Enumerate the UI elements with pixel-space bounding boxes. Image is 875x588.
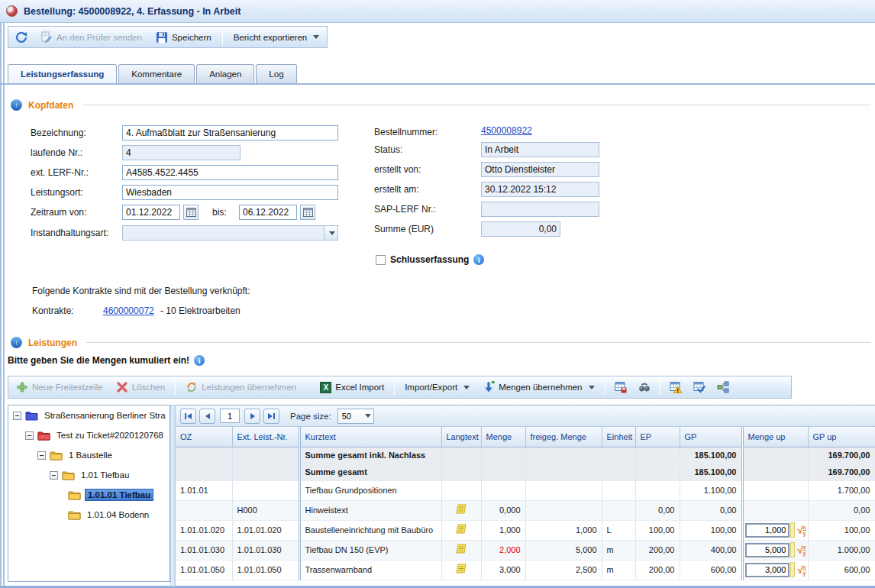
tab-label: Anlagen [209, 69, 241, 79]
collapse-expander[interactable] [25, 431, 34, 440]
calendar-bis-button[interactable] [300, 205, 315, 220]
bezeichnung-label: Bezeichnung: [31, 128, 86, 138]
tree-item-boden[interactable]: 1.01.04 Bodenn [8, 505, 170, 525]
table-row-group[interactable]: 1.01.01 Tiefbau Grundpositionen 1.100,00… [176, 480, 875, 500]
prev-page-button[interactable] [199, 409, 215, 424]
arrow-down-plus-icon [483, 381, 495, 393]
col-kurztext[interactable]: Kurztext [299, 427, 441, 447]
mengen-uebernehmen-button[interactable]: Mengen übernehmen [479, 380, 597, 395]
table-row-hinweis[interactable]: H000 Hinweistext 0,000 0,00 0,00 0,00 [176, 500, 875, 520]
kontrakte-intro: Folgende Kontrakte sind mit der Bestellu… [32, 286, 250, 296]
table-row-position[interactable]: 1.01.01.020 1.01.01.020 Baustelleneinric… [176, 520, 875, 540]
cell-ep: 200,00 [635, 560, 680, 580]
ext-lerf-nr-label: ext. LERF-Nr.: [31, 167, 89, 178]
last-page-button[interactable] [263, 409, 279, 424]
langtext-note-icon[interactable] [455, 523, 467, 535]
leistungsort-input[interactable] [122, 185, 338, 200]
schlusserfassung-checkbox[interactable] [376, 255, 386, 265]
col-gp[interactable]: GP [680, 427, 742, 447]
import-export-button[interactable]: Import/Export [402, 381, 473, 393]
col-ext[interactable]: Ext. Leist.-Nr. [232, 427, 299, 447]
menge-up-input[interactable] [745, 563, 789, 577]
formula-icon[interactable]: √xy [797, 544, 806, 556]
leistungsort-label: Leistungsort: [31, 187, 83, 198]
bestellnummer-link[interactable]: 4500008922 [481, 125, 532, 136]
tab-leistungserfassung[interactable]: Leistungserfassung [8, 64, 117, 83]
table-row-position[interactable]: 1.01.01.030 1.01.01.030 Tiefbau DN 150 (… [176, 540, 875, 560]
first-page-button[interactable] [180, 409, 196, 424]
ext-lerf-nr-input[interactable] [122, 165, 338, 180]
kontrakte-label: Kontrakte: [32, 305, 74, 316]
table-row-position[interactable]: 1.01.01.050 1.01.01.050 Trassenwarnband … [176, 560, 875, 580]
formula-icon[interactable]: √xy [797, 564, 806, 576]
page-number-input[interactable] [220, 409, 240, 423]
panel-splitter[interactable] [170, 405, 176, 586]
table-check-button[interactable] [691, 379, 708, 396]
refresh-button[interactable] [13, 29, 30, 46]
new-freitext-label: Neue Freitextzeile [32, 383, 103, 392]
x-glyph: x [803, 544, 806, 551]
instandhaltungsart-select[interactable] [122, 225, 338, 241]
col-ep[interactable]: EP [635, 427, 680, 447]
collapse-expander[interactable] [37, 451, 46, 460]
chevron-down-icon [329, 231, 335, 235]
col-einheit[interactable]: Einheit [602, 427, 635, 447]
cell-ext: H000 [232, 500, 299, 520]
tree-item-tiefbau[interactable]: 1.01 Tiefbau [8, 465, 170, 485]
zeitraum-bis-input[interactable] [239, 205, 297, 220]
tab-log[interactable]: Log [256, 64, 296, 83]
zeitraum-von-input[interactable] [122, 205, 180, 220]
save-button[interactable]: Speichern [153, 30, 215, 45]
formula-icon[interactable]: √xy [797, 525, 806, 536]
menge-up-input[interactable] [745, 543, 789, 557]
cell-gp: 600,00 [680, 560, 742, 580]
info-icon[interactable]: i [473, 254, 484, 265]
table-save-button[interactable] [612, 379, 629, 396]
sqrt-glyph: √ [797, 525, 802, 535]
col-menge-up[interactable]: Menge up [742, 427, 808, 447]
col-freigeg-menge[interactable]: freigeg. Menge [525, 427, 602, 447]
col-gp-up[interactable]: GP up [808, 427, 875, 447]
takeover-leistungen-button[interactable]: Leistungen übernehmen [182, 380, 299, 395]
col-oz[interactable]: OZ [176, 427, 232, 447]
section-divider [86, 342, 870, 343]
collapse-expander[interactable] [50, 471, 58, 480]
arrow-left-icon [187, 413, 192, 419]
title-bar: Bestellung: 4500008922, 4. Erfassung - I… [0, 0, 875, 23]
send-to-approver-button[interactable]: An den Prüfer senden [37, 30, 145, 45]
cell-ext: 1.01.01.030 [232, 540, 299, 560]
collapse-up-icon[interactable]: ↑ [11, 99, 22, 111]
langtext-note-icon[interactable] [455, 563, 467, 575]
excel-import-button[interactable]: X Excel Import [317, 380, 387, 395]
table-warning-button[interactable] [667, 379, 684, 396]
tab-anlagen[interactable]: Anlagen [196, 64, 254, 83]
dropdown-button[interactable] [324, 226, 337, 240]
collapse-expander[interactable] [13, 412, 21, 420]
info-icon[interactable]: i [194, 355, 205, 366]
col-menge[interactable]: Menge [481, 427, 525, 447]
bezeichnung-input[interactable] [122, 125, 338, 141]
calendar-von-button[interactable] [183, 205, 199, 220]
menge-up-input[interactable] [745, 523, 789, 538]
col-langtext[interactable]: Langtext [441, 427, 481, 447]
tab-kommentare[interactable]: Kommentare [118, 64, 195, 83]
kumuliert-note: Bitte geben Sie die Mengen kumuliert ein… [8, 355, 189, 366]
collapse-up-icon[interactable]: ↑ [11, 337, 22, 348]
tree-structure-button[interactable] [715, 379, 731, 396]
laufende-nr-label: laufende Nr.: [31, 147, 82, 158]
page-size-select[interactable]: 50 [337, 409, 374, 424]
toolbar-separator [175, 380, 176, 395]
kontrakt-link[interactable]: 4600000072 [103, 305, 154, 316]
dropdown-button[interactable] [361, 414, 373, 418]
new-freitext-button[interactable]: Neue Freitextzeile [13, 380, 106, 395]
search-binoculars-button[interactable] [636, 379, 653, 396]
langtext-note-icon[interactable] [455, 503, 467, 515]
tree-item-root[interactable]: Straßensanierung Berliner Stra [8, 405, 170, 425]
tree-item-tiefbau-0101[interactable]: 1.01.01 Tiefbau [8, 485, 170, 505]
export-report-button[interactable]: Bericht exportieren [231, 31, 323, 44]
langtext-note-icon[interactable] [455, 543, 467, 555]
next-page-button[interactable] [244, 409, 260, 424]
tree-item-ticket[interactable]: Test zu Ticket#2020120768 [8, 425, 170, 445]
delete-button[interactable]: Löschen [113, 380, 168, 395]
tree-item-baustelle[interactable]: 1 Baustelle [8, 445, 170, 465]
